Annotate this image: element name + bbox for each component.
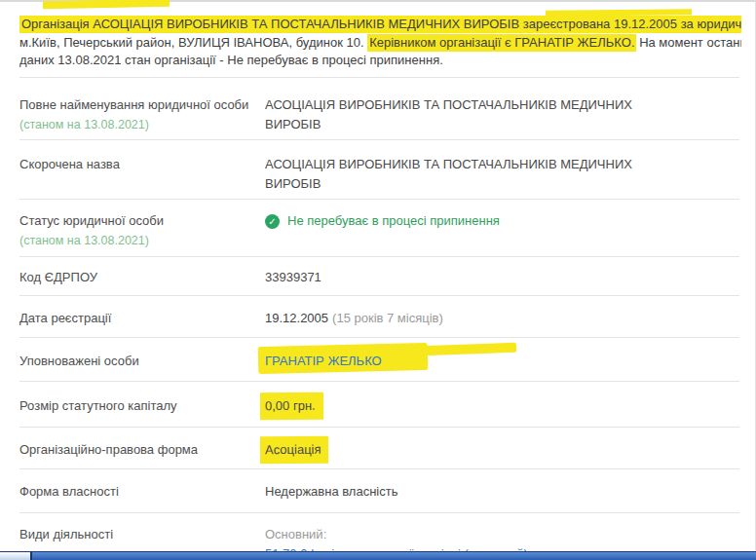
table-row-ownership: Форма власності Недержавна власність [19, 468, 739, 512]
table-row-authorized-persons: Уповноважені особи ГРАНАТІР ЖЕЛЬКО [19, 337, 739, 381]
capital-value-highlighted: 0,00 грн. [260, 392, 323, 420]
summary-text: даних 13.08.2021 стан організації - Не п… [19, 53, 443, 67]
summary-line-3: даних 13.08.2021 стан організації - Не п… [19, 52, 741, 70]
row-label: Скорочена назва [19, 155, 265, 174]
company-details-table: Повне найменування юридичної особи (стан… [19, 77, 739, 560]
summary-highlight-director: Керівником організації є ГРАНАТІР ЖЕЛЬКО… [367, 34, 635, 52]
highlighter-smudge [43, 0, 170, 9]
row-label: Форма власності [19, 482, 265, 502]
check-circle-icon: ✓ [265, 214, 280, 229]
row-label: Види діяльності [19, 525, 265, 544]
summary-text: м.Київ, Печерський район, ВУЛИЦЯ ІВАНОВА… [19, 35, 367, 50]
status-text: Не перебуває в процесі припинення [287, 211, 500, 231]
short-name-value: АСОЦІАЦІЯ ВИРОБНИКІВ ТА ПОСТАЧАЛЬНИКІВ М… [265, 155, 684, 194]
taskbar-button[interactable] [0, 552, 32, 560]
registration-date-value: 19.12.2005 [265, 311, 328, 325]
table-row-legal-form: Організаційно-правова форма Асоціація [19, 427, 739, 468]
table-row-edrpou: Код ЄДРПОУ 33939371 [19, 256, 739, 295]
company-profile-page: Організація АСОЦІАЦІЯ ВИРОБНИКІВ ТА ПОСТ… [0, 0, 756, 560]
table-row-status: Статус юридичної особи (станом на 13.08.… [19, 199, 739, 256]
summary-text: На момент останнього оновлення [636, 35, 741, 50]
edrpou-value: 33939371 [265, 268, 684, 287]
authorized-person-link[interactable]: ГРАНАТІР ЖЕЛЬКО [265, 354, 382, 368]
table-row-full-name: Повне найменування юридичної особи (стан… [19, 77, 739, 139]
table-row-capital: Розмір статутного капіталу 0,00 грн. [19, 381, 739, 427]
table-row-registration-date: Дата реєстрації 19.12.2005(15 років 7 мі… [19, 295, 739, 337]
row-sublabel-date: (станом на 13.08.2021) [19, 115, 265, 134]
row-label: Код ЄДРПОУ [19, 268, 265, 287]
ownership-value: Недержавна власність [265, 482, 684, 502]
table-row-short-name: Скорочена назва АСОЦІАЦІЯ ВИРОБНИКІВ ТА … [19, 139, 739, 199]
summary-highlight-registration: Організація АСОЦІАЦІЯ ВИРОБНИКІВ ТА ПОСТ… [19, 16, 741, 33]
summary-line-1: Організація АСОЦІАЦІЯ ВИРОБНИКІВ ТА ПОСТ… [19, 16, 741, 34]
activities-caption: Основний: [265, 525, 684, 544]
legal-form-value-highlighted: Асоціація [260, 436, 329, 464]
summary-paragraph: Організація АСОЦІАЦІЯ ВИРОБНИКІВ ТА ПОСТ… [0, 2, 755, 77]
row-sublabel-date: (станом на 13.08.2021) [19, 231, 265, 250]
taskbar[interactable] [0, 551, 756, 560]
row-label: Розмір статутного капіталу [19, 396, 265, 416]
full-name-value: АСОЦІАЦІЯ ВИРОБНИКІВ ТА ПОСТАЧАЛЬНИКІВ М… [265, 95, 684, 134]
summary-line-2: м.Київ, Печерський район, ВУЛИЦЯ ІВАНОВА… [19, 34, 741, 53]
row-label: Організаційно-правова форма [19, 440, 265, 460]
row-label: Дата реєстрації [19, 309, 265, 328]
row-label: Уповноважені особи [19, 352, 265, 371]
row-label: Повне найменування юридичної особи [19, 95, 265, 115]
status-badge: ✓ Не перебуває в процесі припинення [265, 211, 684, 231]
registration-age-note: (15 років 7 місяців) [332, 311, 443, 325]
row-label: Статус юридичної особи [19, 211, 265, 231]
